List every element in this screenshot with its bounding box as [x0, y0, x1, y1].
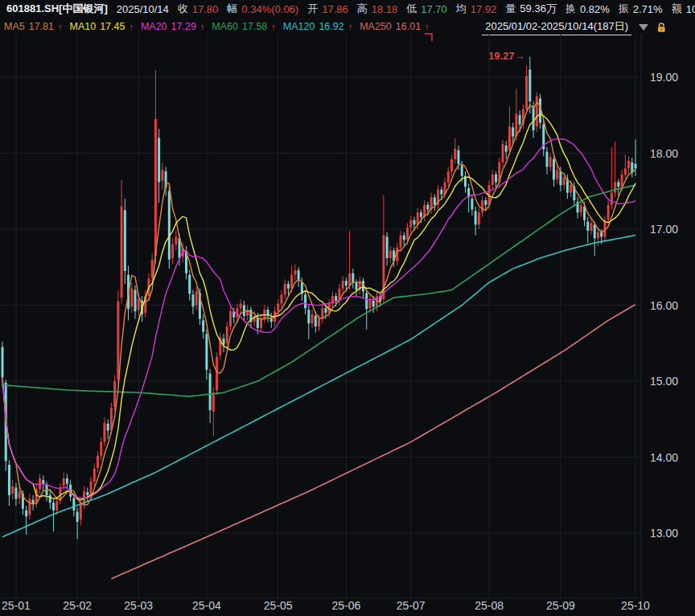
unlock-icon[interactable]: [656, 22, 668, 34]
x-axis-label: 25-03: [124, 599, 153, 612]
quote-field: 换0.82%: [565, 2, 610, 16]
quote-field: 额10: [672, 2, 695, 16]
up-arrow-icon: ↑: [271, 22, 276, 31]
candlestick-chart[interactable]: 19.0018.0017.0016.0015.0014.0013.0025-01…: [0, 34, 695, 616]
quote-field: 收17.80: [178, 2, 219, 16]
quote-field-label: 收: [178, 2, 188, 16]
x-axis-label: 25-08: [475, 599, 504, 612]
quote-field: 低17.70: [406, 2, 447, 16]
y-axis-label: 18.00: [650, 147, 678, 160]
up-arrow-icon: ↑: [348, 22, 353, 31]
quote-field-value: 17.86: [322, 3, 348, 15]
up-arrow-icon: ↑: [200, 22, 205, 31]
quote-field-value: 17.70: [421, 3, 447, 15]
x-axis-label: 25-07: [397, 599, 426, 612]
up-arrow-icon: ↑: [425, 22, 430, 31]
x-axis-label: 25-05: [264, 599, 293, 612]
quote-date: 2025/10/14: [117, 3, 169, 15]
quote-field: 幅0.34%(0.06): [227, 2, 298, 16]
quote-field-value: 0.34%(0.06): [241, 3, 298, 15]
y-axis-label: 16.00: [650, 299, 678, 312]
quote-field: 量59.36万: [505, 2, 557, 16]
y-axis-label: 14.00: [650, 451, 678, 464]
quote-field-value: 17.92: [471, 3, 497, 15]
x-axis-label: 25-01: [2, 599, 31, 612]
quote-field-value: 18.18: [372, 3, 398, 15]
quote-field-value: 17.80: [192, 3, 219, 15]
x-axis-label: 25-04: [192, 599, 221, 612]
ma-legend-item: MA1017.45↑: [69, 21, 133, 32]
quote-field-label: 振: [619, 2, 629, 16]
ma-legend-item: MA2017.29↑: [141, 21, 204, 32]
up-arrow-icon: ↑: [58, 22, 63, 31]
up-arrow-icon: ↑: [129, 22, 134, 31]
quote-field-value: 10: [686, 3, 695, 15]
ma-legend-item: MA6017.58↑: [212, 21, 275, 32]
quote-field-label: 量: [505, 2, 516, 16]
quote-header-bar: 601881.SH[中国银河] 2025/10/14 收17.80幅0.34%(…: [0, 0, 695, 18]
y-axis-label: 19.00: [650, 71, 678, 84]
chevron-down-icon[interactable]: [639, 24, 648, 31]
y-axis-label: 17.00: [650, 223, 678, 236]
quote-field-label: 换: [565, 2, 576, 16]
date-range-selector[interactable]: 2025/01/02-2025/10/14(187日): [482, 19, 668, 35]
ma-line-ma5: [2, 103, 635, 505]
quote-field-label: 均: [456, 2, 467, 16]
ma-legend-item: MA25016.01↑: [360, 21, 429, 32]
symbol-title: 601881.SH[中国银河]: [6, 2, 108, 16]
ma-legend-item: MA12016.92↑: [283, 21, 352, 32]
ma-legend-item: MA517.81↑: [4, 21, 62, 32]
quote-field-value: 59.36万: [520, 2, 557, 16]
x-axis-label: 25-02: [63, 599, 92, 612]
quote-field-label: 额: [672, 2, 682, 16]
x-axis-label: 25-09: [546, 599, 575, 612]
quote-field-value: 0.82%: [580, 3, 610, 15]
x-axis-label: 25-06: [331, 599, 360, 612]
quote-field: 高18.18: [357, 2, 398, 16]
candles-layer: [2, 56, 637, 539]
quote-field-label: 低: [406, 2, 417, 16]
ma-line-ma10: [2, 113, 635, 499]
quote-field-label: 幅: [227, 2, 237, 16]
y-axis-label: 13.00: [650, 527, 678, 540]
quote-field-value: 2.71%: [633, 3, 663, 15]
stock-chart-app: 601881.SH[中国银河] 2025/10/14 收17.80幅0.34%(…: [0, 0, 695, 616]
quote-field-label: 高: [357, 2, 368, 16]
y-axis-label: 15.00: [650, 375, 678, 388]
ma-line-ma250: [111, 305, 635, 579]
date-range-text[interactable]: 2025/01/02-2025/10/14(187日): [482, 19, 631, 35]
x-axis-label: 25-10: [621, 599, 650, 612]
quote-field: 开17.86: [307, 2, 348, 16]
quote-field: 振2.71%: [619, 2, 663, 16]
quote-field: 均17.92: [456, 2, 497, 16]
quote-field-label: 开: [307, 2, 318, 16]
